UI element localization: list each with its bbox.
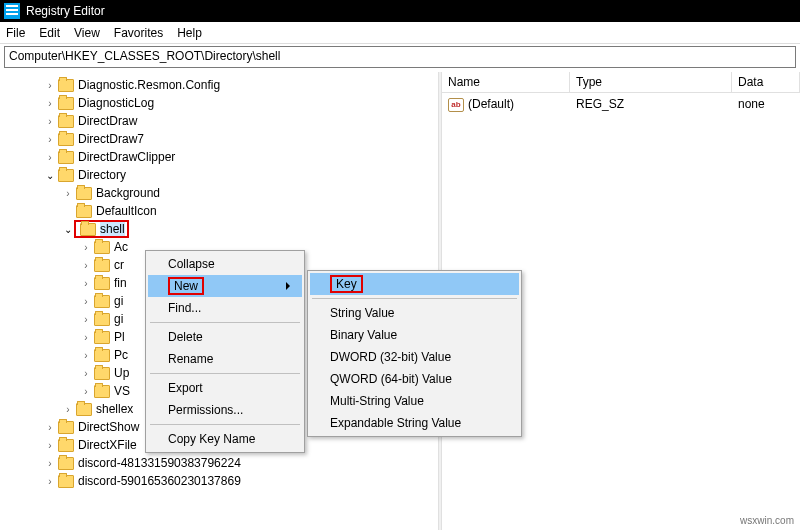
tree-item-label: Pc (114, 348, 128, 362)
tree-item-label: Background (96, 186, 160, 200)
menu-item[interactable]: Multi-String Value (310, 390, 519, 412)
tree-item[interactable]: ›DirectDraw (4, 112, 438, 130)
col-type[interactable]: Type (570, 72, 732, 92)
tree-item-label: Up (114, 366, 129, 380)
twisty-icon[interactable]: › (44, 80, 56, 91)
folder-icon (58, 151, 74, 164)
tree-item-label: shellex (96, 402, 133, 416)
menu-item[interactable]: DWORD (32-bit) Value (310, 346, 519, 368)
twisty-icon[interactable]: › (44, 152, 56, 163)
twisty-icon[interactable]: › (80, 368, 92, 379)
folder-icon (58, 457, 74, 470)
folder-icon (94, 367, 110, 380)
folder-icon (94, 349, 110, 362)
twisty-icon[interactable]: › (62, 404, 74, 415)
col-name[interactable]: Name (442, 72, 570, 92)
titlebar: Registry Editor (0, 0, 800, 22)
tree-item-label: Diagnostic.Resmon.Config (78, 78, 220, 92)
twisty-icon[interactable]: › (44, 116, 56, 127)
tree-item[interactable]: ›Diagnostic.Resmon.Config (4, 76, 438, 94)
folder-icon (58, 133, 74, 146)
twisty-icon[interactable]: › (44, 134, 56, 145)
menu-item[interactable]: Find... (148, 297, 302, 319)
value-data: none (732, 95, 800, 114)
watermark: wsxwin.com (740, 515, 794, 526)
menu-item[interactable]: Permissions... (148, 399, 302, 421)
menu-separator (150, 424, 300, 425)
menu-item[interactable]: QWORD (64-bit) Value (310, 368, 519, 390)
twisty-icon[interactable]: › (80, 332, 92, 343)
twisty-icon[interactable]: › (80, 296, 92, 307)
twisty-icon[interactable]: › (44, 458, 56, 469)
twisty-icon[interactable]: › (80, 278, 92, 289)
menu-item[interactable]: Delete (148, 326, 302, 348)
menu-edit[interactable]: Edit (39, 26, 60, 40)
tree-item-label: VS (114, 384, 130, 398)
folder-icon (94, 331, 110, 344)
list-row[interactable]: ab(Default)REG_SZnone (442, 93, 800, 116)
twisty-icon[interactable]: › (44, 98, 56, 109)
twisty-icon[interactable]: ⌄ (62, 224, 74, 235)
tree-item-label: shell (100, 222, 125, 236)
twisty-icon[interactable]: › (44, 440, 56, 451)
folder-icon (94, 259, 110, 272)
menu-separator (150, 322, 300, 323)
tree-item[interactable]: ›Background (4, 184, 438, 202)
menu-favorites[interactable]: Favorites (114, 26, 163, 40)
menu-file[interactable]: File (6, 26, 25, 40)
menu-item[interactable]: Collapse (148, 253, 302, 275)
menu-item[interactable]: Expandable String Value (310, 412, 519, 434)
tree-item-label: DefaultIcon (96, 204, 157, 218)
folder-icon (58, 169, 74, 182)
tree-item-label: Directory (78, 168, 126, 182)
tree-item-label: DirectDraw (78, 114, 137, 128)
menu-item[interactable]: New (148, 275, 302, 297)
tree-item[interactable]: ›DiagnosticLog (4, 94, 438, 112)
menu-item[interactable]: Key (310, 273, 519, 295)
tree-item[interactable]: ›discord-590165360230137869 (4, 472, 438, 490)
tree-item-label: Ac (114, 240, 128, 254)
tree-item-label: fin (114, 276, 127, 290)
tree-item-label: discord-590165360230137869 (78, 474, 241, 488)
folder-icon (94, 277, 110, 290)
menu-item[interactable]: String Value (310, 302, 519, 324)
menu-item[interactable]: Export (148, 377, 302, 399)
twisty-icon[interactable]: › (80, 314, 92, 325)
tree-item[interactable]: ›DirectDraw7 (4, 130, 438, 148)
menu-item-label: Key (330, 275, 363, 293)
folder-icon (94, 295, 110, 308)
tree-item[interactable]: ⌄Directory (4, 166, 438, 184)
folder-icon (58, 115, 74, 128)
folder-icon (58, 79, 74, 92)
folder-icon (76, 205, 92, 218)
menu-help[interactable]: Help (177, 26, 202, 40)
twisty-icon[interactable]: › (80, 350, 92, 361)
context-submenu-new[interactable]: KeyString ValueBinary ValueDWORD (32-bit… (307, 270, 522, 437)
tree-item-label: DirectDrawClipper (78, 150, 175, 164)
context-menu[interactable]: CollapseNewFind...DeleteRenameExportPerm… (145, 250, 305, 453)
twisty-icon[interactable]: › (62, 188, 74, 199)
twisty-icon[interactable]: ⌄ (44, 170, 56, 181)
address-bar[interactable]: Computer\HKEY_CLASSES_ROOT\Directory\she… (4, 46, 796, 68)
twisty-icon[interactable]: › (80, 260, 92, 271)
menu-item[interactable]: Binary Value (310, 324, 519, 346)
twisty-icon[interactable]: › (44, 422, 56, 433)
tree-item-label: DiagnosticLog (78, 96, 154, 110)
col-data[interactable]: Data (732, 72, 800, 92)
menu-view[interactable]: View (74, 26, 100, 40)
tree-item[interactable]: ›discord-481331590383796224 (4, 454, 438, 472)
twisty-icon[interactable]: › (44, 476, 56, 487)
twisty-icon[interactable]: › (80, 386, 92, 397)
window-title: Registry Editor (26, 4, 105, 18)
value-type: REG_SZ (570, 95, 732, 114)
tree-item[interactable]: DefaultIcon (4, 202, 438, 220)
menu-item[interactable]: Copy Key Name (148, 428, 302, 450)
menu-item[interactable]: Rename (148, 348, 302, 370)
folder-icon (94, 385, 110, 398)
value-name: (Default) (468, 97, 514, 111)
tree-item[interactable]: ⌄shell (4, 220, 438, 238)
tree-item[interactable]: ›DirectDrawClipper (4, 148, 438, 166)
folder-icon (58, 475, 74, 488)
twisty-icon[interactable]: › (80, 242, 92, 253)
tree-item-label: discord-481331590383796224 (78, 456, 241, 470)
